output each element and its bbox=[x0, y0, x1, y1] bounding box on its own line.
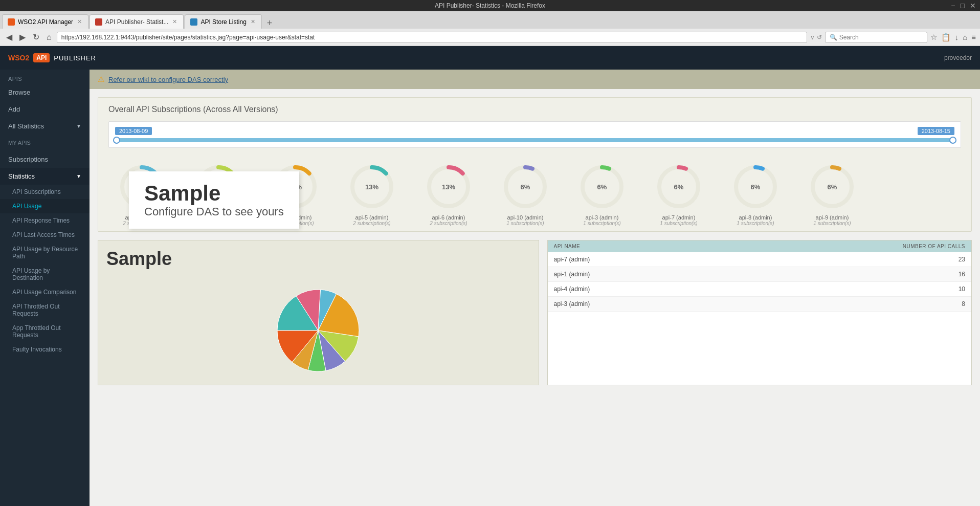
donut-chart-api10: 6% api-10 (admin) 1 subscription(s) bbox=[492, 161, 559, 226]
url-bar: ◀ ▶ ↻ ⌂ ∨ ↺ 🔍 ☆ 📋 ↓ ⌂ ≡ bbox=[0, 29, 980, 46]
table-cell-calls: 23 bbox=[899, 256, 965, 263]
table-row: api-7 (admin) 23 bbox=[548, 252, 972, 267]
subscriptions-label: Subscriptions bbox=[8, 156, 48, 163]
table-row: api-1 (admin) 16 bbox=[548, 267, 972, 282]
maximize-button[interactable]: □ bbox=[961, 2, 965, 10]
sample-small-text: Configure DAS to see yours bbox=[144, 205, 284, 218]
charts-area: 19% api-1 (admin) 2 subscription(s) 13% … bbox=[98, 156, 971, 231]
apis-section-label: APIs bbox=[0, 70, 90, 84]
table-row: api-3 (admin) 8 bbox=[548, 297, 972, 312]
tab-close-store[interactable]: ✕ bbox=[250, 18, 256, 25]
donut-svg-api6: 13% bbox=[423, 161, 474, 212]
sidebar-item-browse[interactable]: Browse bbox=[0, 84, 90, 101]
donut-svg-api7: 6% bbox=[653, 161, 704, 212]
main-content: ⚠ Refer our wiki to configure DAS correc… bbox=[90, 70, 980, 506]
date-range-container: 2013-08-09 2013-08-15 bbox=[108, 121, 961, 148]
date-slider-track[interactable] bbox=[115, 138, 954, 142]
back-button[interactable]: ◀ bbox=[4, 31, 14, 43]
sidebar-sub-api-response-times[interactable]: API Response Times bbox=[0, 213, 90, 228]
donut-svg-api3: 6% bbox=[576, 161, 628, 212]
forward-button[interactable]: ▶ bbox=[17, 31, 28, 43]
slider-handle-left[interactable] bbox=[113, 137, 120, 144]
download-icon[interactable]: ↓ bbox=[955, 33, 959, 42]
tab-publisher[interactable]: API Publisher- Statist... ✕ bbox=[90, 14, 184, 29]
browser-tabs: WSO2 API Manager ✕ API Publisher- Statis… bbox=[0, 11, 980, 29]
slider-handle-right[interactable] bbox=[949, 137, 956, 144]
browser-title: API Publisher- Statistics - Mozilla Fire… bbox=[435, 2, 545, 9]
sidebar-sub-api-subscriptions[interactable]: API Subscriptions bbox=[0, 185, 90, 199]
sidebar-sub-api-usage[interactable]: API Usage bbox=[0, 199, 90, 213]
my-apis-header: My APIs bbox=[0, 135, 90, 151]
donut-title-api9: api-9 (admin) bbox=[816, 214, 849, 221]
panel-title: Overall API Subscriptions (Across All Ve… bbox=[98, 98, 971, 121]
logo-api: API bbox=[33, 53, 50, 62]
pie-chart-panel: Sample 11.4%7.1%4.6%14.3% bbox=[98, 240, 539, 385]
date-start-badge: 2013-08-09 bbox=[115, 127, 152, 135]
sidebar-sub-api-throttled[interactable]: API Throttled Out Requests bbox=[0, 299, 90, 321]
new-tab-button[interactable]: + bbox=[263, 18, 277, 29]
donut-percent-api7: 6% bbox=[674, 183, 684, 191]
menu-icon[interactable]: ≡ bbox=[971, 33, 976, 42]
sidebar-sub-faulty[interactable]: Faulty Invocations bbox=[0, 342, 90, 357]
table-cell-calls: 8 bbox=[899, 300, 965, 307]
donut-percent-api10: 6% bbox=[521, 183, 530, 191]
tab-close-wso2[interactable]: ✕ bbox=[76, 18, 83, 25]
donut-sub-api6: 2 subscription(s) bbox=[430, 221, 467, 226]
browse-label: Browse bbox=[8, 89, 30, 96]
logo-wso2: WSO2 bbox=[8, 54, 29, 62]
bookmark-icon[interactable]: ☆ bbox=[930, 33, 937, 42]
search-input[interactable] bbox=[839, 34, 923, 41]
donut-title-api8: api-8 (admin) bbox=[739, 214, 772, 221]
sidebar-item-subscriptions[interactable]: Subscriptions bbox=[0, 151, 90, 168]
urlbar-icons: ☆ 📋 ↓ ⌂ ≡ bbox=[930, 33, 976, 42]
search-box: 🔍 bbox=[825, 32, 927, 43]
url-input[interactable] bbox=[57, 32, 808, 43]
sidebar-item-statistics[interactable]: Statistics ▼ bbox=[0, 168, 90, 185]
pie-chart-svg: 11.4%7.1%4.6%14.3% bbox=[262, 274, 374, 377]
tab-favicon-wso2 bbox=[8, 18, 15, 26]
donut-svg-api5: 13% bbox=[346, 161, 397, 212]
sidebar-sub-api-usage-dest[interactable]: API Usage by Destination bbox=[0, 263, 90, 285]
all-statistics-label: All Statistics bbox=[8, 122, 44, 130]
donut-chart-api5: 13% api-5 (admin) 2 subscription(s) bbox=[339, 161, 405, 226]
app-container: WSO2 API PUBLISHER proveedor APIs Browse… bbox=[0, 46, 980, 506]
donut-svg-api10: 6% bbox=[500, 161, 551, 212]
table-cell-calls: 10 bbox=[899, 285, 965, 293]
tab-store[interactable]: API Store Listing ✕ bbox=[185, 14, 261, 29]
tab-label-store: API Store Listing bbox=[201, 18, 246, 26]
logo-publisher: PUBLISHER bbox=[54, 54, 96, 62]
table-cell-api: api-3 (admin) bbox=[554, 300, 899, 307]
donut-chart-api6: 13% api-6 (admin) 2 subscription(s) bbox=[415, 161, 482, 226]
main-layout: APIs Browse Add All Statistics ▼ My APIs… bbox=[0, 70, 980, 506]
table-cell-api: api-4 (admin) bbox=[554, 285, 899, 293]
donut-percent-api3: 6% bbox=[597, 183, 607, 191]
all-statistics-chevron: ▼ bbox=[76, 123, 81, 129]
subscriptions-panel: Overall API Subscriptions (Across All Ve… bbox=[98, 97, 972, 232]
donut-sub-api10: 1 subscription(s) bbox=[506, 221, 544, 226]
sidebar-sub-api-usage-comparison[interactable]: API Usage Comparison bbox=[0, 285, 90, 299]
app-header: WSO2 API PUBLISHER proveedor bbox=[0, 46, 980, 70]
home-icon[interactable]: ⌂ bbox=[963, 33, 967, 42]
home-button[interactable]: ⌂ bbox=[44, 32, 54, 43]
das-wiki-link[interactable]: Refer our wiki to configure DAS correctl… bbox=[108, 76, 228, 83]
sidebar-sub-api-usage-resource[interactable]: API Usage by Resource Path bbox=[0, 242, 90, 263]
sidebar-sub-app-throttled[interactable]: App Throttled Out Requests bbox=[0, 321, 90, 342]
donut-sub-api3: 1 subscription(s) bbox=[583, 221, 620, 226]
clipboard-icon[interactable]: 📋 bbox=[941, 33, 951, 42]
tab-close-publisher[interactable]: ✕ bbox=[171, 18, 178, 25]
table-cell-api: api-7 (admin) bbox=[554, 256, 899, 263]
window-controls[interactable]: − □ ✕ bbox=[951, 2, 976, 10]
tab-wso2[interactable]: WSO2 API Manager ✕ bbox=[2, 14, 88, 29]
tab-label-wso2: WSO2 API Manager bbox=[18, 18, 73, 26]
donut-chart-api8: 6% api-8 (admin) 1 subscription(s) bbox=[722, 161, 789, 226]
donut-chart-api3: 6% api-3 (admin) 1 subscription(s) bbox=[569, 161, 635, 226]
minimize-button[interactable]: − bbox=[951, 2, 955, 10]
sidebar-sub-api-last-access[interactable]: API Last Access Times bbox=[0, 228, 90, 242]
sidebar-item-add[interactable]: Add bbox=[0, 101, 90, 118]
sidebar-item-all-statistics[interactable]: All Statistics ▼ bbox=[0, 118, 90, 135]
sidebar: APIs Browse Add All Statistics ▼ My APIs… bbox=[0, 70, 90, 506]
reload-button[interactable]: ↻ bbox=[31, 31, 41, 43]
donut-svg-api8: 6% bbox=[730, 161, 781, 212]
close-button[interactable]: ✕ bbox=[970, 2, 976, 10]
sample-overlay-box: Sample Configure DAS to see yours bbox=[129, 171, 299, 229]
